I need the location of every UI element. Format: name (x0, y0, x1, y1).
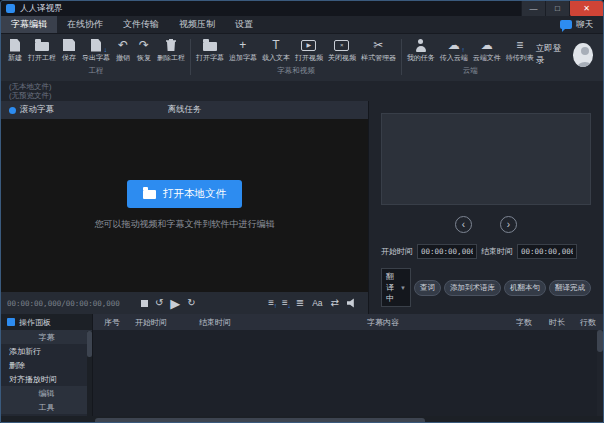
table-vertical-scrollbar[interactable] (597, 330, 603, 416)
new-button[interactable]: 新建 (5, 37, 25, 64)
translate-status-select[interactable]: 翻译中 ▼ (381, 268, 411, 307)
col-char-count: 字数 (507, 317, 541, 328)
translate-actions-row: 翻译中 ▼ 查词 添加到术语库 机翻本句 翻译完成 (381, 268, 591, 307)
user-avatar[interactable] (573, 43, 593, 67)
play-icon[interactable]: ▶ (170, 297, 180, 310)
col-start-time: 开始时间 (131, 317, 195, 328)
col-subtitle-content: 字幕内容 (259, 317, 507, 328)
save-icon (61, 38, 77, 52)
open-local-file-button[interactable]: 打开本地文件 (127, 180, 242, 208)
start-time-input[interactable] (417, 244, 477, 259)
translate-done-button[interactable]: 翻译完成 (549, 280, 591, 296)
toggle-dot-icon (9, 107, 16, 114)
machine-translate-button[interactable]: 机翻本句 (504, 280, 546, 296)
minimize-button[interactable]: — (521, 1, 545, 16)
menu-settings[interactable]: 设置 (225, 16, 263, 33)
upload-cloud-button[interactable]: ☁↑ 传入云端 (438, 37, 470, 64)
subtitle-align-down-icon[interactable]: ≡↓ (282, 298, 288, 308)
operation-panel-header: 操作面板 (1, 314, 92, 330)
toolbar-group-subtitle-video: 打开字幕 + 追加字幕 T 载入文本 ▶ 打开视频 × 关闭视频 (194, 37, 398, 76)
account-area: 立即登录 (536, 37, 599, 67)
toolbar-group-project: 新建 打开工程 保存 ↓ 导出字幕 ↶ 撤销 (5, 37, 187, 76)
subtitle-table-header: 序号 开始时间 结束时间 字幕内容 字数 时长 行数 (93, 314, 603, 330)
open-subtitle-icon (202, 38, 218, 52)
toolbar-group-label-cloud: 云端 (463, 66, 478, 76)
next-sentence-button[interactable]: › (500, 216, 517, 233)
delete-project-icon (163, 38, 179, 52)
delete-project-button[interactable]: 删除工程 (155, 37, 187, 64)
window-controls: — □ ✕ (521, 1, 603, 16)
undo-button[interactable]: ↶ 撤销 (113, 37, 133, 64)
swap-icon[interactable]: ⇄ (331, 298, 339, 308)
toolbar-group-label-project: 工程 (89, 66, 104, 76)
chevron-down-icon: ▼ (400, 285, 406, 291)
end-time-input[interactable] (517, 244, 577, 259)
subtitle-preview-box (381, 113, 591, 205)
menu-subtitle-edit[interactable]: 字幕编辑 (1, 16, 57, 33)
horizontal-scrollbar-thumb[interactable] (95, 418, 425, 423)
horizontal-scrollbar[interactable] (1, 416, 603, 423)
rotate-left-icon[interactable]: ↺ (155, 298, 163, 308)
toolbar-separator (190, 39, 191, 75)
previous-sentence-button[interactable]: ‹ (455, 216, 472, 233)
export-subtitle-button[interactable]: ↓ 导出字幕 (80, 37, 112, 64)
style-manager-button[interactable]: ✂ 样式管理器 (359, 37, 398, 64)
panel-grid-icon (7, 318, 15, 326)
save-button[interactable]: 保存 (59, 37, 79, 64)
translate-panel: ‹ › 开始时间 结束时间 翻译中 ▼ 查词 添加到术语库 机翻本句 翻译完成 (369, 101, 603, 314)
open-video-icon: ▶ (301, 38, 317, 52)
my-tasks-button[interactable]: 我的任务 (405, 37, 437, 64)
append-subtitle-button[interactable]: + 追加字幕 (227, 37, 259, 64)
maximize-button[interactable]: □ (545, 1, 569, 16)
stop-icon[interactable] (141, 300, 148, 307)
subtitle-align-up-icon[interactable]: ≡↑ (268, 298, 274, 308)
local-file-note: (无本地文件) (9, 82, 595, 91)
subtitle-list-icon[interactable]: ≣ (296, 298, 304, 308)
append-subtitle-icon: + (235, 38, 251, 52)
transfer-list-icon: ≡ (512, 38, 528, 52)
subtitle-table-body[interactable] (93, 330, 603, 416)
font-size-icon[interactable]: Aa (312, 299, 322, 308)
load-text-button[interactable]: T 载入文本 (260, 37, 292, 64)
cloud-files-button[interactable]: ☁ 云端文件 (471, 37, 503, 64)
subtitle-table: 序号 开始时间 结束时间 字幕内容 字数 时长 行数 (93, 314, 603, 416)
menu-video-encode[interactable]: 视频压制 (169, 16, 225, 33)
transfer-list-button[interactable]: ≡ 待传列表 (504, 37, 536, 64)
sentence-nav: ‹ › (381, 216, 591, 233)
menu-online-collab[interactable]: 在线协作 (57, 16, 113, 33)
redo-icon: ↷ (136, 38, 152, 52)
video-column: 滚动字幕 离线任务 打开本地文件 您可以拖动视频和字幕文件到软件中进行编辑 00… (1, 101, 369, 314)
redo-button[interactable]: ↷ 恢复 (134, 37, 154, 64)
login-link[interactable]: 立即登录 (536, 43, 565, 67)
rotate-right-icon[interactable]: ↻ (187, 298, 195, 308)
open-project-button[interactable]: 打开工程 (26, 37, 58, 64)
operation-panel: 操作面板 字幕 添加新行 删除 对齐播放时间 编辑 工具 (1, 314, 93, 416)
ops-panel-scrollbar[interactable] (87, 331, 92, 416)
offline-tasks-tab[interactable]: 离线任务 (168, 104, 202, 116)
open-video-button[interactable]: ▶ 打开视频 (293, 37, 325, 64)
lookup-word-button[interactable]: 查词 (414, 280, 441, 296)
chat-button[interactable]: 聊天 (560, 16, 603, 33)
close-video-button[interactable]: × 关闭视频 (326, 37, 358, 64)
playback-time-display: 00:00:00,000/00:00:00,000 (7, 299, 120, 308)
video-preview-area[interactable]: 打开本地文件 您可以拖动视频和字幕文件到软件中进行编辑 (1, 119, 368, 292)
drag-drop-hint: 您可以拖动视频和字幕文件到软件中进行编辑 (95, 218, 275, 231)
open-subtitle-button[interactable]: 打开字幕 (194, 37, 226, 64)
close-button[interactable]: ✕ (569, 1, 603, 16)
add-new-line-button[interactable]: 添加新行 (1, 344, 92, 358)
video-panel-header: 滚动字幕 离线任务 (1, 101, 368, 119)
volume-icon[interactable] (347, 298, 358, 309)
folder-icon (143, 190, 156, 199)
scroll-subtitle-toggle[interactable]: 滚动字幕 (1, 104, 54, 116)
time-fields-row: 开始时间 结束时间 (381, 244, 591, 259)
ops-section-subtitle: 字幕 (1, 330, 92, 344)
app-logo-icon (6, 4, 15, 13)
delete-line-button[interactable]: 删除 (1, 358, 92, 372)
upload-cloud-icon: ☁↑ (446, 38, 462, 52)
start-time-label: 开始时间 (381, 246, 413, 257)
app-window: 人人译视界 — □ ✕ 字幕编辑 在线协作 文件传输 视频压制 设置 聊天 新建 (0, 0, 604, 423)
menu-file-transfer[interactable]: 文件传输 (113, 16, 169, 33)
align-play-time-button[interactable]: 对齐播放时间 (1, 372, 92, 386)
add-to-glossary-button[interactable]: 添加到术语库 (444, 280, 501, 296)
end-time-label: 结束时间 (481, 246, 513, 257)
